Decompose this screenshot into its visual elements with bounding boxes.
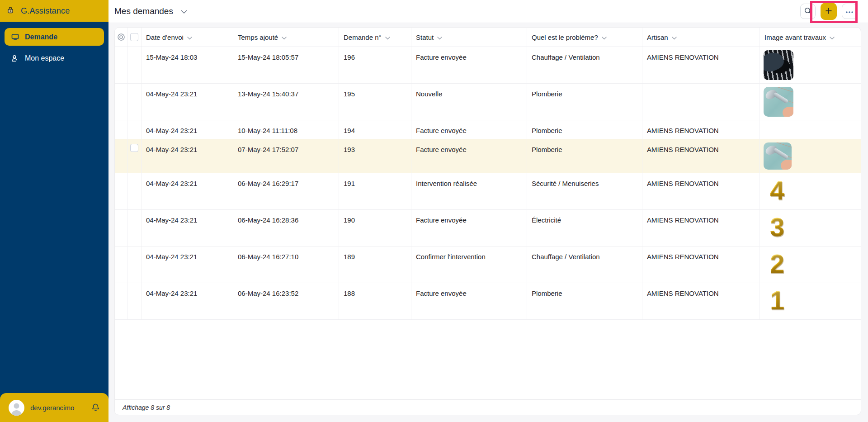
cell-status: Nouvelle	[411, 84, 527, 120]
cell-problem: Plomberie	[527, 139, 642, 173]
before-work-photo-gold-number[interactable]: 3	[764, 213, 861, 241]
view-selector[interactable]: Mes demandes	[114, 6, 187, 16]
chevron-down-icon	[602, 33, 607, 41]
cell-problem: Chauffage / Ventilation	[527, 47, 642, 83]
before-work-photo-gold-number[interactable]: 4	[764, 176, 861, 204]
monitor-icon	[11, 33, 19, 41]
watch-all-icon[interactable]	[115, 28, 127, 47]
cell-number: 189	[339, 247, 411, 283]
column-header-temps-ajoute[interactable]: Temps ajouté	[233, 28, 339, 47]
column-header-demande-no[interactable]: Demande n°	[339, 28, 411, 47]
table-row[interactable]: 04-May-24 23:2106-May-24 16:27:10189Conf…	[115, 247, 861, 283]
cell-time_added: 06-May-24 16:29:17	[233, 173, 339, 209]
toolbar-actions	[800, 3, 862, 20]
cell-artisan: AMIENS RENOVATION	[642, 173, 760, 209]
before-work-photo-gold-number[interactable]: 2	[764, 250, 861, 278]
row-checkbox-cell	[127, 120, 142, 139]
more-button[interactable]	[842, 4, 857, 19]
cell-date: 04-May-24 23:21	[142, 173, 233, 209]
photo-detail-hand	[783, 107, 793, 117]
table-row[interactable]: 15-May-24 18:0315-May-24 18:05:57196Fact…	[115, 47, 861, 84]
cell-status: Facture envoyée	[411, 210, 527, 246]
chevron-down-icon	[181, 6, 187, 16]
cell-image-avant-travaux: 1	[760, 283, 861, 319]
before-work-photo-radiator[interactable]	[764, 50, 793, 80]
cell-image-avant-travaux: 4	[760, 173, 861, 209]
row-tools-cell	[115, 139, 127, 173]
cell-date: 15-May-24 18:03	[142, 47, 233, 83]
table-header-row: Date d'envoi Temps ajouté Demande n° Sta…	[115, 28, 861, 47]
row-checkbox-cell	[127, 283, 142, 319]
padlock-icon	[7, 6, 14, 15]
sidebar-item-mon-espace[interactable]: Mon espace	[5, 49, 104, 67]
before-work-photo-shower[interactable]	[764, 87, 793, 117]
row-checkbox-cell	[127, 84, 142, 120]
column-header-probleme[interactable]: Quel est le problème?	[527, 28, 642, 47]
plus-icon	[825, 7, 833, 16]
cell-number: 195	[339, 84, 411, 120]
ellipsis-icon	[845, 8, 854, 15]
cell-time_added: 10-May-24 11:11:08	[233, 120, 339, 139]
search-button[interactable]	[800, 4, 816, 19]
select-all-checkbox[interactable]	[130, 33, 138, 41]
row-tools-cell	[115, 283, 127, 319]
bell-icon[interactable]	[91, 403, 100, 412]
chevron-down-icon	[672, 33, 677, 41]
cell-status: Intervention réalisée	[411, 173, 527, 209]
cell-artisan: AMIENS RENOVATION	[642, 210, 760, 246]
cell-problem: Chauffage / Ventilation	[527, 247, 642, 283]
cell-image-avant-travaux: 2	[760, 247, 861, 283]
table-row[interactable]: 04-May-24 23:2106-May-24 16:29:17191Inte…	[115, 173, 861, 210]
row-checkbox-cell	[127, 173, 142, 209]
column-header-artisan[interactable]: Artisan	[642, 28, 760, 47]
add-button[interactable]	[821, 3, 837, 20]
row-tools-cell	[115, 247, 127, 283]
chevron-down-icon	[282, 33, 287, 41]
row-tools-cell	[115, 84, 127, 120]
before-work-photo-shower[interactable]	[764, 142, 792, 170]
table-row[interactable]: 04-May-24 23:2110-May-24 11:11:08194Fact…	[115, 120, 861, 139]
row-tools-cell	[115, 210, 127, 246]
column-header-statut[interactable]: Statut	[411, 28, 527, 47]
cell-number: 191	[339, 173, 411, 209]
cell-number: 196	[339, 47, 411, 83]
cell-date: 04-May-24 23:21	[142, 84, 233, 120]
cell-status: Facture envoyée	[411, 120, 527, 139]
cell-problem: Électricité	[527, 210, 642, 246]
brand-header: G.Assistance	[0, 0, 108, 22]
user-card[interactable]: dev.gerancimo	[0, 393, 108, 422]
table-row[interactable]: 04-May-24 23:2106-May-24 16:28:36190Fact…	[115, 210, 861, 247]
before-work-photo-gold-number[interactable]: 1	[764, 286, 861, 314]
sidebar-item-demande[interactable]: Demande	[5, 28, 104, 46]
row-tools-cell	[115, 47, 127, 83]
table-row[interactable]: 04-May-24 23:2113-May-24 15:40:37195Nouv…	[115, 84, 861, 120]
row-checkbox-cell	[127, 139, 142, 173]
table-row[interactable]: 04-May-24 23:2106-May-24 16:23:52188Fact…	[115, 283, 861, 320]
cell-time_added: 15-May-24 18:05:57	[233, 47, 339, 83]
app-root: G.Assistance Demande Mon espace dev.gera…	[0, 0, 868, 422]
column-header-image-avant-travaux[interactable]: Image avant travaux	[760, 28, 861, 47]
cell-problem: Plomberie	[527, 283, 642, 319]
requests-table-card: Date d'envoi Temps ajouté Demande n° Sta…	[114, 27, 861, 415]
search-icon	[804, 7, 812, 16]
table-row[interactable]: 04-May-24 23:2107-May-24 17:52:07193Fact…	[115, 139, 861, 173]
row-checkbox-cell	[127, 47, 142, 83]
cell-status: Confirmer l'intervention	[411, 247, 527, 283]
cell-image-avant-travaux	[760, 84, 861, 120]
table-body: 15-May-24 18:0315-May-24 18:05:57196Fact…	[115, 47, 861, 320]
cell-date: 04-May-24 23:21	[142, 139, 233, 173]
app-title: G.Assistance	[21, 6, 70, 16]
cell-number: 193	[339, 139, 411, 173]
cell-date: 04-May-24 23:21	[142, 120, 233, 139]
row-checkbox[interactable]	[130, 144, 138, 152]
cell-image-avant-travaux	[760, 47, 861, 83]
cell-number: 194	[339, 120, 411, 139]
cell-artisan: AMIENS RENOVATION	[642, 47, 760, 83]
cell-status: Facture envoyée	[411, 283, 527, 319]
cell-image-avant-travaux	[760, 139, 861, 173]
column-header-date-envoi[interactable]: Date d'envoi	[142, 28, 233, 47]
sidebar-nav: Demande Mon espace	[0, 22, 108, 67]
sidebar: G.Assistance Demande Mon espace dev.gera…	[0, 0, 108, 422]
cell-problem: Plomberie	[527, 120, 642, 139]
cell-artisan: AMIENS RENOVATION	[642, 283, 760, 319]
